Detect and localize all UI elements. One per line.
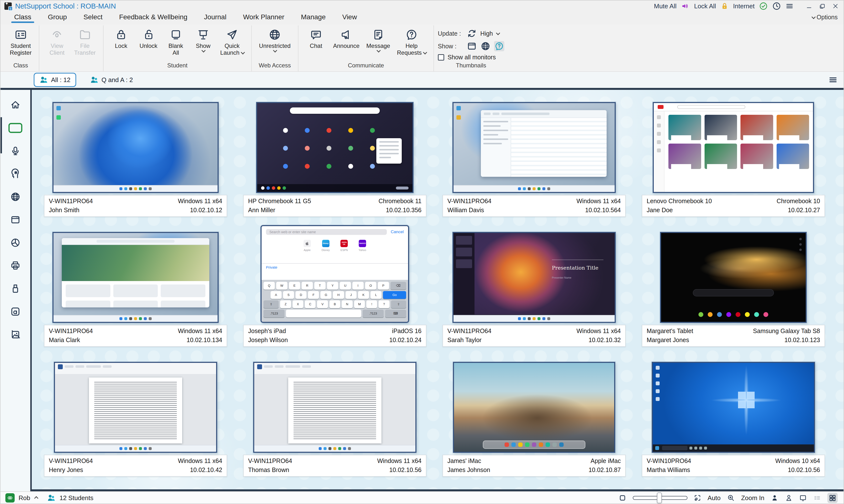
lock-icon — [115, 28, 127, 41]
zoom-in-label[interactable]: Zoom In — [741, 494, 765, 502]
message-icon — [372, 28, 384, 41]
student-label: Joseph's iPadiPadOS 16Joseph Wilson10.02… — [243, 325, 426, 347]
device-name: V-WIN11PRO64 — [49, 457, 93, 465]
student-filled-icon[interactable] — [771, 494, 778, 502]
show-all-monitors-checkbox[interactable] — [438, 54, 444, 60]
student-screen-thumbnail[interactable] — [256, 102, 413, 193]
show-icon — [197, 28, 210, 41]
slider-handle[interactable] — [657, 492, 662, 503]
student-screen-thumbnail[interactable] — [452, 102, 616, 193]
ip-address: 10.02.10.56 — [389, 466, 421, 474]
announce-button[interactable]: Announce — [330, 28, 363, 50]
sidebar-item-print[interactable] — [7, 257, 24, 274]
logo-letter: s — [8, 6, 13, 11]
unrestricted-button[interactable]: Unrestricted — [256, 28, 294, 53]
ribbon-tab-select[interactable]: Select — [83, 13, 104, 23]
internet-check-icon[interactable] — [759, 2, 768, 11]
show-web-icon[interactable] — [480, 41, 491, 51]
monitor-view-icon[interactable] — [799, 494, 807, 502]
options-dropdown[interactable]: Options — [812, 14, 838, 21]
clock-icon[interactable] — [772, 2, 781, 11]
refresh-icon[interactable] — [467, 28, 477, 39]
student-screen-thumbnail[interactable] — [652, 362, 815, 453]
menu-hamburger-icon[interactable] — [785, 2, 794, 10]
shift-key-icon: ⇧ — [391, 300, 406, 308]
blank-all-icon — [169, 28, 182, 41]
close-button[interactable] — [832, 3, 839, 9]
student-screen-thumbnail[interactable] — [653, 102, 814, 193]
chat-button[interactable]: Chat — [302, 28, 330, 50]
student-name: William Davis — [447, 206, 484, 214]
connectivity-badge-icon[interactable] — [5, 493, 15, 503]
snapshot-icon — [10, 329, 21, 340]
list-menu-icon[interactable] — [828, 75, 838, 85]
sidebar-item-typing[interactable] — [7, 303, 24, 320]
auto-fit-icon[interactable] — [694, 494, 701, 502]
thumbnails-icon — [8, 122, 23, 134]
sidebar-item-home[interactable] — [7, 97, 24, 113]
netsupport-school-window: ✦ s NetSupport School : ROB-MAIN Mute Al… — [0, 0, 844, 504]
student-cell: Lenovo Chromebook 10Chromebook 10Jane Do… — [642, 94, 825, 217]
message-button[interactable]: Message — [363, 28, 393, 53]
sidebar-item-thumbnails[interactable] — [7, 120, 24, 136]
view-tab-all[interactable]: All : 12 — [34, 73, 76, 87]
thumbnail-size-small-icon[interactable] — [618, 494, 626, 502]
auto-label[interactable]: Auto — [707, 494, 721, 502]
list-view-icon[interactable] — [813, 494, 821, 502]
quick-launch-icon — [226, 28, 238, 41]
sidebar-item-apps[interactable] — [7, 212, 24, 228]
show-help-icon[interactable] — [494, 41, 504, 51]
lock-all-padlock-icon[interactable] — [720, 2, 729, 10]
sidebar-item-snapshot[interactable] — [7, 326, 24, 343]
ribbon-tab-feedback-wellbeing[interactable]: Feedback & Wellbeing — [118, 13, 188, 23]
lock-button[interactable]: Lock — [107, 28, 135, 50]
zoom-in-icon[interactable] — [727, 494, 735, 502]
student-screen-thumbnail[interactable]: Presentation TitlePresenter Name — [452, 232, 616, 323]
student-screen-thumbnail[interactable] — [54, 362, 217, 453]
mute-all-speaker-icon[interactable] — [681, 2, 690, 11]
ribbon-tab-class[interactable]: Class — [13, 13, 32, 23]
console-user[interactable]: Rob — [19, 494, 30, 502]
show-window-icon[interactable] — [467, 41, 477, 51]
quick-launch-button[interactable]: QuickLaunch — [217, 28, 247, 57]
show-button[interactable]: Show — [190, 28, 217, 53]
sidebar-item-reports[interactable] — [7, 234, 24, 251]
student-name: Thomas Brown — [248, 466, 289, 474]
student-screen-thumbnail[interactable] — [253, 362, 416, 453]
update-speed-value[interactable]: High — [480, 30, 493, 37]
sidebar-item-microphone[interactable] — [7, 143, 24, 159]
grid-view-icon[interactable] — [827, 493, 838, 503]
ribbon-tab-manage[interactable]: Manage — [300, 13, 326, 23]
student-screen-thumbnail[interactable] — [453, 362, 615, 453]
blank-all-button[interactable]: BlankAll — [162, 28, 190, 57]
ribbon-group-web-access: UnrestrictedWeb Access — [252, 25, 299, 71]
student-screen-thumbnail[interactable] — [660, 232, 807, 323]
thumbnail-size-slider[interactable] — [633, 493, 687, 503]
view-tab-q-and-a[interactable]: Q and A : 2 — [85, 73, 138, 86]
sidebar-item-usb[interactable] — [7, 280, 24, 297]
os-name: Samsung Galaxy Tab S8 — [753, 327, 820, 335]
sidebar-item-web[interactable] — [7, 188, 24, 205]
thumbnails-main: V-WIN11PRO64Windows 11 x64John Smith10.0… — [32, 90, 844, 491]
student-screen-thumbnail[interactable]: Search web or enter site nameCancelApple… — [261, 225, 409, 323]
ribbon-tab-view[interactable]: View — [341, 13, 358, 23]
student-register-button[interactable]: StudentRegister — [6, 28, 35, 57]
students-people-icon — [47, 493, 56, 502]
help-requests-icon — [405, 28, 418, 41]
minimize-button[interactable] — [806, 3, 812, 9]
maximize-button[interactable] — [819, 3, 825, 9]
ribbon-tab-work-planner[interactable]: Work Planner — [242, 13, 285, 23]
group-tab-strip: All : 12Q and A : 2 — [0, 72, 844, 88]
reports-icon — [10, 237, 21, 248]
unlock-button[interactable]: Unlock — [135, 28, 162, 50]
ribbon-tab-group[interactable]: Group — [47, 13, 68, 23]
chevron-up-icon[interactable] — [34, 496, 38, 500]
help-requests-button[interactable]: HelpRequests — [393, 28, 429, 57]
sidebar-item-wellbeing[interactable] — [7, 165, 24, 182]
chevron-down-icon[interactable] — [496, 31, 500, 35]
student-cell: Margaret's TabletSamsung Galaxy Tab S8Ma… — [642, 224, 825, 347]
student-outline-icon[interactable] — [785, 494, 793, 502]
student-screen-thumbnail[interactable] — [53, 232, 219, 323]
ribbon-tab-journal[interactable]: Journal — [203, 13, 227, 23]
student-screen-thumbnail[interactable] — [53, 102, 219, 193]
